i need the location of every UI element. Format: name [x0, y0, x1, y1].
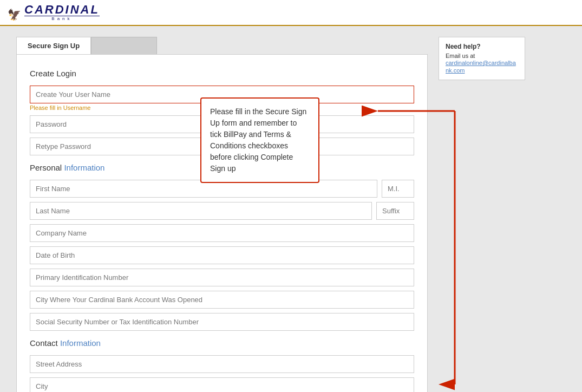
city-input[interactable] — [30, 377, 414, 392]
form-card: Create Login Please fill in Username Per… — [16, 54, 428, 392]
mi-input[interactable] — [382, 180, 414, 198]
tab-bar: Secure Sign Up — [16, 37, 428, 54]
username-input[interactable] — [30, 86, 414, 103]
form-area: Secure Sign Up Create Login Please fill … — [16, 37, 428, 392]
password-input[interactable] — [30, 115, 414, 133]
company-input[interactable] — [30, 224, 414, 242]
lastname-input[interactable] — [30, 202, 372, 220]
dob-input[interactable] — [30, 246, 414, 264]
lastname-row — [30, 202, 414, 220]
city-account-input[interactable] — [30, 291, 414, 309]
help-card: Need help? Email us at cardinalonline@ca… — [439, 37, 525, 80]
firstname-input[interactable] — [30, 180, 377, 198]
logo: 🦅 CARDINAL Bank — [8, 4, 100, 21]
header: 🦅 CARDINAL Bank — [0, 0, 582, 26]
primary-id-input[interactable] — [30, 269, 414, 286]
help-title: Need help? — [446, 43, 518, 50]
username-error-message: Please fill in Username — [30, 104, 414, 111]
tab-secure-signup[interactable]: Secure Sign Up — [16, 37, 91, 54]
create-login-title: Create Login — [30, 69, 414, 78]
ssn-input[interactable] — [30, 313, 414, 331]
cardinal-bird-icon: 🦅 — [8, 8, 21, 21]
suffix-input[interactable] — [376, 202, 414, 220]
name-row — [30, 180, 414, 198]
tab-secondary[interactable] — [91, 37, 157, 54]
logo-bank-label: Bank — [24, 16, 100, 21]
street-address-input[interactable] — [30, 355, 414, 373]
help-box: Need help? Email us at cardinalonline@ca… — [439, 37, 525, 392]
main-content: Secure Sign Up Create Login Please fill … — [0, 26, 582, 392]
personal-info-title: Personal Information — [30, 163, 414, 172]
logo-text: CARDINAL — [24, 4, 100, 16]
contact-info-title: Contact Information — [30, 338, 414, 348]
help-email-label: Email us at — [446, 53, 518, 59]
retype-password-input[interactable] — [30, 138, 414, 155]
help-email-link[interactable]: cardinalonline@cardinalbank.com — [446, 60, 516, 74]
